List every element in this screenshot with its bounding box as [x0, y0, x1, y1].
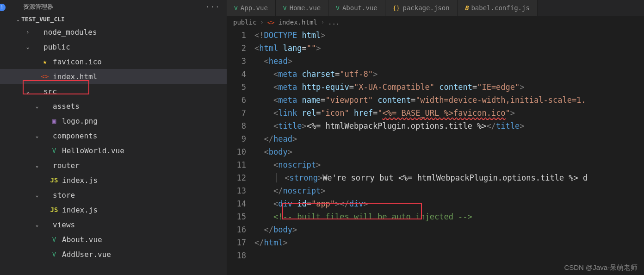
explorer-header: 资源管理器 ··· — [0, 0, 227, 14]
code-line[interactable]: <meta charset="utf-8"> — [254, 68, 644, 81]
editor-tab[interactable]: VHome.vue — [276, 0, 328, 16]
file-icon: {} — [393, 5, 400, 12]
tree-item-label: index.js — [62, 206, 222, 214]
tree-item-label: index.js — [62, 176, 222, 185]
editor-tab[interactable]: {}package.json — [385, 0, 458, 16]
file-icon: B — [465, 5, 469, 12]
tree-item-label: components — [53, 131, 222, 140]
tree-item-label: src — [43, 87, 222, 96]
breadcrumb-tail: ... — [328, 19, 340, 26]
code-line[interactable]: </head> — [254, 132, 644, 145]
breadcrumb-seg[interactable]: index.html — [278, 19, 317, 26]
code-line[interactable]: <meta http-equiv="X-UA-Compatible" conte… — [254, 81, 644, 94]
code-line[interactable]: <title><%= htmlWebpackPlugin.options.tit… — [254, 119, 644, 132]
tree-item-label: AddUser.vue — [62, 250, 222, 259]
chevron-down-icon: ⌄ — [24, 44, 31, 50]
tree-item[interactable]: ▣logo.png — [0, 113, 227, 128]
breadcrumbs[interactable]: public › <> index.html › ... — [227, 16, 644, 29]
editor-tab[interactable]: Bbabel.config.js — [458, 0, 538, 16]
line-number: 16 — [227, 223, 246, 236]
code-line[interactable]: <body> — [254, 145, 644, 158]
chevron-down-icon: ⌄ — [33, 222, 41, 228]
code-line[interactable]: <div id="app"></div> — [254, 197, 644, 210]
line-number: 1 — [227, 29, 246, 42]
code-line[interactable]: <!DOCTYPE html> — [254, 29, 644, 42]
file-icon: ▣ — [50, 117, 58, 125]
code-line[interactable]: <html lang=""> — [254, 42, 644, 55]
tree-item[interactable]: ⌄router — [0, 158, 227, 173]
breadcrumb-seg[interactable]: public — [233, 19, 257, 26]
line-number: 7 — [227, 106, 246, 119]
editor-tab[interactable]: VAbout.vue — [328, 0, 385, 16]
line-number: 15 — [227, 210, 246, 223]
file-tree: ›node_modules⌄public★favicon.ico<>index.… — [0, 25, 227, 275]
editor-tab[interactable]: VApp.vue — [227, 0, 276, 16]
tree-item[interactable]: ⌄public — [0, 39, 227, 54]
chevron-down-icon: ⌄ — [24, 88, 31, 94]
project-header[interactable]: ⌄ TEST_VUE_CLI — [0, 14, 227, 25]
code-line[interactable]: </html> — [254, 236, 644, 249]
chevron-right-icon: › — [321, 19, 324, 25]
code-line[interactable]: <noscript> — [254, 158, 644, 171]
code-line[interactable]: <head> — [254, 55, 644, 68]
tree-item-label: node_modules — [43, 28, 222, 37]
chevron-down-icon: ⌄ — [33, 103, 41, 109]
code-editor[interactable]: 123456789101112131415161718 <!DOCTYPE ht… — [227, 29, 644, 275]
code-line[interactable]: <!-- built files will be auto injected -… — [254, 210, 644, 223]
code-line[interactable]: │ <strong>We're sorry but <%= htmlWebpac… — [254, 171, 644, 184]
line-number: 13 — [227, 184, 246, 197]
line-number: 18 — [227, 249, 246, 262]
editor-area: VApp.vueVHome.vueVAbout.vue{}package.jso… — [227, 0, 644, 275]
tree-item[interactable]: ⌄store — [0, 188, 227, 202]
tree-item[interactable]: ⌄src — [0, 84, 227, 99]
line-number: 6 — [227, 94, 246, 106]
code-line[interactable] — [254, 249, 644, 262]
chevron-right-icon: › — [260, 19, 264, 25]
tree-item[interactable]: ›node_modules — [0, 25, 227, 39]
code-line[interactable]: </body> — [254, 223, 644, 236]
line-number: 10 — [227, 145, 246, 158]
chevron-down-icon: ⌄ — [33, 162, 41, 169]
tree-item[interactable]: ★favicon.ico — [0, 54, 227, 69]
line-number: 3 — [227, 55, 246, 68]
tree-item-label: logo.png — [62, 117, 222, 125]
tree-item[interactable]: JSindex.js — [0, 173, 227, 188]
tree-item[interactable]: VHelloWorld.vue — [0, 143, 227, 158]
tab-label: App.vue — [241, 4, 268, 12]
tree-item-label: router — [53, 161, 222, 170]
html-icon: <> — [267, 19, 275, 26]
watermark: CSDN @Java-呆萌老师 — [564, 263, 638, 272]
tree-item[interactable]: <>index.html — [0, 69, 227, 84]
tree-item-label: assets — [53, 102, 222, 111]
chevron-down-icon: ⌄ — [17, 17, 19, 22]
chevron-down-icon: ⌄ — [33, 133, 41, 139]
more-icon[interactable]: ··· — [206, 3, 220, 11]
tree-item[interactable]: JSindex.js — [0, 202, 227, 217]
tree-item[interactable]: VAddUser.vue — [0, 247, 227, 262]
tree-item[interactable]: ⌄assets — [0, 99, 227, 113]
explorer-title: 资源管理器 — [23, 3, 53, 11]
file-icon: V — [336, 5, 340, 12]
tree-item-label: index.html — [53, 72, 222, 81]
tree-item[interactable]: VAbout.vue — [0, 232, 227, 247]
file-icon: ★ — [41, 58, 49, 65]
file-icon: V — [50, 250, 58, 258]
tree-item[interactable]: ⌄components — [0, 128, 227, 143]
code-content[interactable]: <!DOCTYPE html><html lang=""> <head> <me… — [254, 29, 644, 275]
tab-bar: VApp.vueVHome.vueVAbout.vue{}package.jso… — [227, 0, 644, 16]
project-name: TEST_VUE_CLI — [21, 16, 65, 23]
code-line[interactable]: <meta name="viewport" content="width=dev… — [254, 94, 644, 106]
chevron-right-icon: › — [24, 29, 31, 35]
code-line[interactable]: <link rel="icon" href="<%= BASE_URL %>fa… — [254, 106, 644, 119]
tab-label: package.json — [402, 4, 449, 12]
file-icon: JS — [50, 206, 58, 213]
explorer-sidebar: 1 资源管理器 ··· ⌄ TEST_VUE_CLI ›node_modules… — [0, 0, 227, 275]
file-icon: V — [283, 5, 287, 12]
code-line[interactable]: </noscript> — [254, 184, 644, 197]
tree-item[interactable]: ⌄views — [0, 217, 227, 232]
line-number: 8 — [227, 119, 246, 132]
line-number: 11 — [227, 158, 246, 171]
tree-item-label: views — [53, 220, 222, 229]
line-number: 17 — [227, 236, 246, 249]
line-number: 2 — [227, 42, 246, 55]
